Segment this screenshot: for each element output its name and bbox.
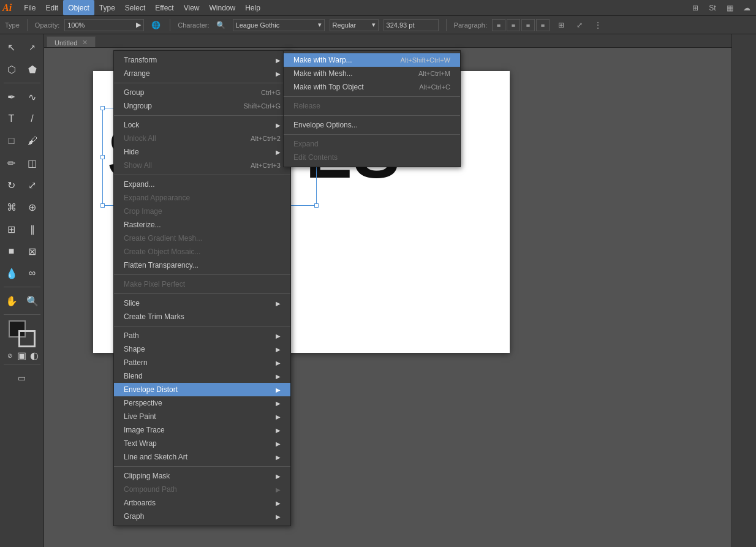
opacity-value[interactable]: 100% ▶ xyxy=(64,19,144,31)
layout-icon[interactable]: ▦ xyxy=(723,1,736,15)
paintbrush-tool[interactable]: 🖌 xyxy=(22,130,43,151)
gradient-tool[interactable]: ■ xyxy=(1,241,22,262)
submenu-make-top-object[interactable]: Make with Top Object Alt+Ctrl+C xyxy=(284,80,460,94)
submenu-release[interactable]: Release xyxy=(284,99,460,113)
menu-perspective[interactable]: Perspective▶ xyxy=(114,396,290,410)
more-icon[interactable]: ⋮ xyxy=(591,18,605,32)
gradient-icon[interactable]: ◐ xyxy=(29,350,40,361)
menu-object[interactable]: Object xyxy=(63,0,94,15)
menu-select[interactable]: Select xyxy=(120,0,150,15)
handle-br[interactable] xyxy=(314,203,319,208)
none-icon[interactable]: ⊘ xyxy=(4,350,15,361)
menu-blend[interactable]: Blend▶ xyxy=(114,369,290,383)
menu-text-wrap[interactable]: Text Wrap▶ xyxy=(114,437,290,450)
submenu-expand[interactable]: Expand xyxy=(284,137,460,151)
menu-gradient-mesh[interactable]: Create Gradient Mesh... xyxy=(114,232,290,245)
fill-stroke-indicator[interactable] xyxy=(9,320,36,347)
menu-ungroup[interactable]: UngroupShift+Ctrl+G xyxy=(114,99,290,113)
grid-icon[interactable]: ⊞ xyxy=(554,18,568,32)
menu-effect[interactable]: Effect xyxy=(150,0,178,15)
menu-graph[interactable]: Graph▶ xyxy=(114,510,290,523)
submenu-edit-contents[interactable]: Edit Contents xyxy=(284,151,460,164)
arrange-icon[interactable]: ⊞ xyxy=(689,1,702,15)
art-board-tool[interactable]: ▭ xyxy=(12,368,32,388)
menu-edit[interactable]: Edit xyxy=(40,0,63,15)
color-icon[interactable]: ▣ xyxy=(17,350,28,361)
doc-tab[interactable]: Untitled ✕ xyxy=(47,36,96,47)
menu-artboards[interactable]: Artboards▶ xyxy=(114,496,290,510)
menu-trim-marks[interactable]: Create Trim Marks xyxy=(114,310,290,323)
menu-show-all[interactable]: Show AllAlt+Ctrl+3 xyxy=(114,159,290,172)
menu-unlock-all[interactable]: Unlock AllAlt+Ctrl+2 xyxy=(114,132,290,145)
cloud-icon[interactable]: ☁ xyxy=(740,1,754,15)
stock-icon[interactable]: St xyxy=(706,1,719,15)
menu-envelope-distort[interactable]: Envelope Distort▶ xyxy=(114,383,290,396)
menu-view[interactable]: View xyxy=(179,0,205,15)
menu-crop-image[interactable]: Crop Image xyxy=(114,205,290,218)
font-size-field[interactable]: 324.93 pt xyxy=(384,19,439,31)
menu-clipping-mask[interactable]: Clipping Mask▶ xyxy=(114,469,290,483)
menu-transform[interactable]: Transform▶ xyxy=(114,53,290,67)
line-tool[interactable]: / xyxy=(22,108,43,129)
menu-line-sketch[interactable]: Line and Sketch Art▶ xyxy=(114,450,290,464)
menu-arrange[interactable]: Arrange▶ xyxy=(114,67,290,80)
magic-wand-tool[interactable]: ⬡ xyxy=(1,59,22,80)
menu-flatten[interactable]: Flatten Transparency... xyxy=(114,258,290,272)
menu-live-paint[interactable]: Live Paint▶ xyxy=(114,410,290,423)
curvature-tool[interactable]: ∿ xyxy=(22,86,43,107)
submenu-envelope-options[interactable]: Envelope Options... xyxy=(284,118,460,132)
warp-tool[interactable]: ⌘ xyxy=(1,197,22,217)
symbol-tool[interactable]: ⊞ xyxy=(1,219,22,240)
stroke-box[interactable] xyxy=(18,330,36,347)
pen-tool[interactable]: ✒ xyxy=(1,86,22,107)
zoom-tool[interactable]: 🔍 xyxy=(22,290,43,311)
menu-object-mosaic[interactable]: Create Object Mosaic... xyxy=(114,245,290,258)
menu-help[interactable]: Help xyxy=(240,0,265,15)
menu-lock[interactable]: Lock▶ xyxy=(114,118,290,132)
align-center-btn[interactable]: ≡ xyxy=(507,19,520,31)
select-tool[interactable]: ↖ xyxy=(1,37,22,58)
globe-icon[interactable]: 🌐 xyxy=(149,18,162,32)
rotate-tool[interactable]: ↻ xyxy=(1,175,22,195)
eraser-tool[interactable]: ◫ xyxy=(22,153,43,173)
menu-type[interactable]: Type xyxy=(94,0,120,15)
menu-window[interactable]: Window xyxy=(204,0,240,15)
mesh-tool[interactable]: ⊠ xyxy=(22,241,43,262)
rect-tool[interactable]: □ xyxy=(1,130,22,151)
menu-shape[interactable]: Shape▶ xyxy=(114,342,290,356)
column-tool[interactable]: ∥ xyxy=(22,219,43,240)
menu-path[interactable]: Path▶ xyxy=(114,329,290,342)
search-font-icon[interactable]: 🔍 xyxy=(214,18,228,32)
menu-expand[interactable]: Expand... xyxy=(114,178,290,191)
menu-rasterize[interactable]: Rasterize... xyxy=(114,218,290,232)
align-justify-btn[interactable]: ≡ xyxy=(536,19,550,31)
arrow-icon[interactable]: ⤢ xyxy=(573,18,586,32)
type-tool[interactable]: T xyxy=(1,108,22,129)
menu-pixel-perfect[interactable]: Make Pixel Perfect xyxy=(114,277,290,291)
handle-bl[interactable] xyxy=(100,203,105,208)
menu-image-trace[interactable]: Image Trace▶ xyxy=(114,423,290,437)
pencil-tool[interactable]: ✏ xyxy=(1,153,22,173)
handle-ml[interactable] xyxy=(100,155,105,159)
font-style-field[interactable]: Regular ▾ xyxy=(330,19,379,31)
freeform-tool[interactable]: ⊕ xyxy=(22,197,43,217)
menu-group[interactable]: GroupCtrl+G xyxy=(114,86,290,99)
submenu-make-mesh[interactable]: Make with Mesh... Alt+Ctrl+M xyxy=(284,67,460,80)
align-right-btn[interactable]: ≡ xyxy=(521,19,535,31)
blend-tool[interactable]: ∞ xyxy=(22,263,43,284)
scale-tool[interactable]: ⤢ xyxy=(22,175,43,195)
font-name-field[interactable]: League Gothic ▾ xyxy=(233,19,325,31)
align-left-btn[interactable]: ≡ xyxy=(492,19,505,31)
menu-expand-appearance[interactable]: Expand Appearance xyxy=(114,191,290,205)
handle-tl[interactable] xyxy=(100,106,105,110)
lasso-tool[interactable]: ⬟ xyxy=(22,59,43,80)
menu-hide[interactable]: Hide▶ xyxy=(114,145,290,159)
eyedropper-tool[interactable]: 💧 xyxy=(1,263,22,284)
submenu-make-warp[interactable]: Make with Warp... Alt+Shift+Ctrl+W xyxy=(284,53,460,67)
hand-tool[interactable]: ✋ xyxy=(1,290,22,311)
menu-slice[interactable]: Slice▶ xyxy=(114,296,290,310)
menu-file[interactable]: File xyxy=(19,0,40,15)
menu-compound-path[interactable]: Compound Path▶ xyxy=(114,483,290,496)
direct-select-tool[interactable]: ↗ xyxy=(22,37,43,58)
menu-pattern[interactable]: Pattern▶ xyxy=(114,356,290,369)
